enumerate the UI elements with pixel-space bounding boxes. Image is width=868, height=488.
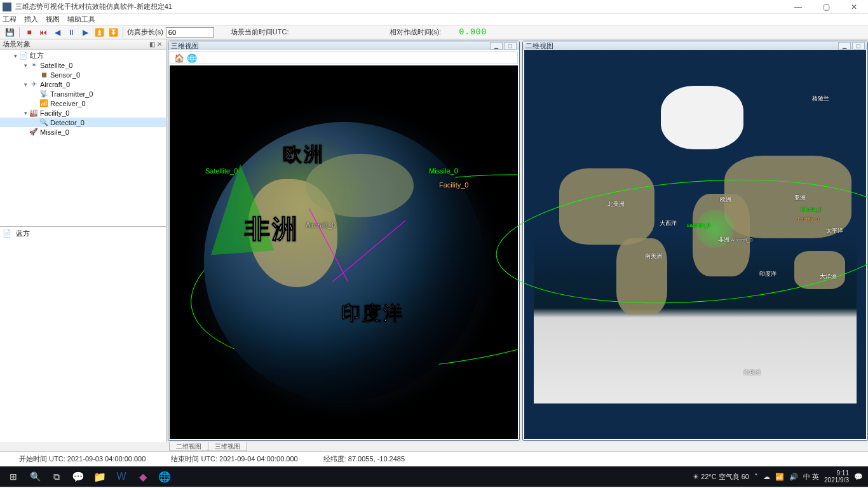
tray-clock[interactable]: 9:11 2021/9/3 (824, 470, 849, 484)
globe-canvas[interactable]: Satellite_0 欧洲 非洲 印度洋 Aircraft_0 Missile… (170, 65, 518, 439)
record-icon[interactable]: ■ (24, 27, 35, 38)
view2d-max-icon[interactable]: ▢ (852, 42, 865, 50)
map-label-na: 北美洲 (607, 200, 625, 208)
scene-tree[interactable]: ▾📄红方 ▾✶Satellite_0 ◼Sensor_0 ▾✈Aircraft_… (0, 50, 166, 226)
map-label-oc: 大洋洲 (820, 273, 837, 281)
tree-receiver[interactable]: 📶Receiver_0 (0, 98, 166, 108)
toolbar: 💾 ■ ⏮ ◀ ⏸ ▶ ⏫ ⏬ 仿真步长(s) 场景当前时间UTC: 相对作战时… (0, 25, 868, 39)
tree-sensor[interactable]: ◼Sensor_0 (0, 70, 166, 79)
tree-aircraft[interactable]: ▾✈Aircraft_0 (0, 79, 166, 89)
map-label-aircraft: Aircraft_0 (731, 237, 752, 243)
speed-up-icon[interactable]: ⏫ (93, 27, 105, 38)
map-label-satellite: Satellite_0 (686, 222, 710, 228)
view3d-title: 三维视图 (171, 41, 199, 51)
word-icon[interactable]: W (111, 466, 132, 487)
rel-label: 相对作战时间(s): (390, 27, 442, 37)
tray-chevron-icon[interactable]: ˄ (754, 473, 758, 481)
tree-red-side[interactable]: ▾📄红方 (0, 51, 166, 60)
label-indian-ocean: 印度洋 (341, 301, 404, 327)
view2d-header[interactable]: 二维视图 ▁ ▢ (523, 41, 867, 50)
tray-ime[interactable]: 中 英 (803, 472, 819, 482)
map-label-pac: 太平洋 (826, 227, 843, 235)
receiver-icon: 📶 (39, 99, 48, 108)
label-satellite: Satellite_0 (205, 167, 238, 175)
tray-wifi-icon[interactable]: 📶 (775, 473, 784, 481)
status-end-time: 结束时间 UTC: 2021-09-04 04:00:00.000 (171, 454, 297, 464)
taskview-icon[interactable]: ⧉ (46, 466, 67, 487)
tree-satellite[interactable]: ▾✶Satellite_0 (0, 60, 166, 70)
explorer-icon[interactable]: 📁 (89, 466, 111, 487)
window-title: 三维态势可视化干扰对抗效能仿真软件-新建想定41 (15, 2, 172, 11)
menu-tools[interactable]: 辅助工具 (67, 15, 95, 24)
map-label-gl: 格陵兰 (812, 95, 829, 103)
scene-panel-header: 场景对象 ◧ ✕ (0, 39, 166, 50)
map-label-as: 亚洲 (794, 194, 806, 202)
tree-missile[interactable]: 🚀Missile_0 (0, 127, 166, 137)
view-tabs: 二维视图 三维视图 (0, 442, 868, 451)
facility-icon: 🏭 (29, 109, 38, 118)
menu-insert[interactable]: 插入 (24, 15, 38, 24)
chrome-icon[interactable]: 🌐 (154, 466, 175, 487)
statusbar: 开始时间 UTC: 2021-09-03 04:00:00.000 结束时间 U… (0, 451, 868, 466)
transmitter-icon: 📡 (39, 90, 48, 98)
menu-project[interactable]: 工程 (3, 15, 17, 24)
aircraft-icon: ✈ (29, 80, 38, 89)
map-label-ind: 印度洋 (759, 270, 776, 278)
globe-icon[interactable]: 🌐 (187, 53, 196, 62)
tray-notifications-icon[interactable]: 💬 (854, 473, 863, 481)
utc-label: 场景当前时间UTC: (231, 27, 289, 37)
view2d-title: 二维视图 (526, 41, 553, 51)
pause-icon[interactable]: ⏸ (65, 27, 77, 38)
step-forward-icon[interactable]: ▶ (79, 27, 91, 38)
step-back-icon[interactable]: ◀ (51, 27, 63, 38)
panel-close-icon[interactable]: ✕ (156, 41, 163, 48)
tree-transmitter[interactable]: 📡Transmitter_0 (0, 89, 166, 98)
minimize-button[interactable]: ― (784, 0, 812, 14)
detector-icon: 🔍 (39, 118, 48, 127)
satellite-icon: ✶ (29, 61, 38, 70)
map-label-sa: 南美洲 (645, 252, 662, 261)
view3d-max-icon[interactable]: ▢ (504, 42, 517, 50)
label-africa: 非洲 (245, 212, 299, 247)
map-label-missile: Missile_0 (801, 207, 822, 212)
tray-cloud-icon[interactable]: ☁ (763, 473, 770, 481)
start-button[interactable]: ⊞ (3, 466, 24, 487)
view3d-header[interactable]: 三维视图 ▁ ▢ (168, 41, 519, 50)
rewind-start-icon[interactable]: ⏮ (37, 27, 49, 38)
sensor-icon: ◼ (39, 71, 48, 79)
home-icon[interactable]: 🏠 (174, 53, 183, 62)
tree-blue-side[interactable]: 📄 蓝方 (3, 228, 163, 238)
weather-widget[interactable]: ☀ 22°C 空气良 60 (693, 472, 749, 482)
status-coords: 经纬度: 87.0055, -10.2485 (323, 454, 405, 464)
menu-view[interactable]: 视图 (46, 15, 60, 24)
step-input[interactable] (166, 27, 214, 37)
close-button[interactable]: ✕ (840, 0, 868, 14)
label-facility: Facility_0 (439, 181, 468, 189)
label-aircraft: Aircraft_0 (306, 221, 336, 229)
view3d-min-icon[interactable]: ▁ (490, 42, 503, 50)
tree-detector[interactable]: 🔍Detector_0 (0, 118, 166, 127)
scene-panel-title: 场景对象 (3, 39, 31, 49)
search-icon[interactable]: 🔍 (24, 466, 46, 487)
view2d-min-icon[interactable]: ▁ (838, 42, 851, 50)
window-titlebar: 三维态势可视化干扰对抗效能仿真软件-新建想定41 ― ▢ ✕ (0, 0, 868, 14)
maximize-button[interactable]: ▢ (812, 0, 840, 14)
map-canvas[interactable]: 北美洲 南美洲 欧洲 非洲 亚洲 大洋洲 南极洲 大西洋 太平洋 印度洋 格陵兰… (524, 50, 866, 439)
status-start-time: 开始时间 UTC: 2021-09-03 04:00:00.000 (19, 454, 146, 464)
tab-3d[interactable]: 三维视图 (208, 442, 247, 451)
tree-facility[interactable]: ▾🏭Facility_0 (0, 108, 166, 118)
missile-icon: 🚀 (29, 128, 38, 137)
speed-down-icon[interactable]: ⏬ (107, 27, 119, 38)
tab-2d[interactable]: 二维视图 (169, 442, 208, 451)
tray-volume-icon[interactable]: 🔊 (789, 473, 798, 481)
orbit-path-2d (492, 167, 868, 316)
rel-time-value: 0.000 (459, 27, 487, 37)
app-icon (3, 3, 11, 11)
save-icon[interactable]: 💾 (4, 27, 15, 38)
label-missile: Missile_0 (429, 167, 458, 175)
panel-pin-icon[interactable]: ◧ (148, 41, 156, 48)
label-europe: 欧洲 (283, 142, 325, 168)
map-label-af: 非洲 (718, 236, 729, 244)
app-shortcut-icon[interactable]: ◆ (132, 466, 154, 487)
wechat-icon[interactable]: 💬 (67, 466, 89, 487)
